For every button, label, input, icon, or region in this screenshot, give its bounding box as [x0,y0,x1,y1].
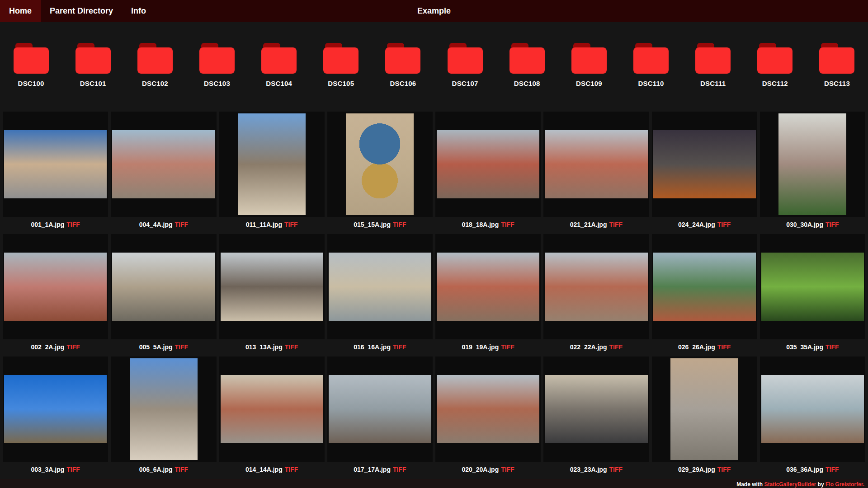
thumbnail-caption: 001_1A.jpgTIFF [3,221,108,228]
thumbnail-link[interactable] [760,234,865,339]
folder-item[interactable]: DSC103 [186,43,248,87]
thumbnail-caption: 019_19A.jpgTIFF [435,343,541,351]
thumbnail-link[interactable] [111,112,216,217]
folder-item[interactable]: DSC106 [372,43,434,87]
thumbnail-filename: 024_24A.jpg [678,221,715,228]
thumbnail-image [437,130,539,199]
thumbnail-link[interactable] [219,234,325,339]
thumbnail-filename: 011_11A.jpg [246,221,282,228]
folder-item[interactable]: DSC110 [620,43,682,87]
thumbnail-link[interactable] [543,357,649,462]
thumbnail-caption: 011_11A.jpgTIFF [219,221,325,228]
thumbnail-link[interactable] [652,234,757,339]
thumbnail-item: 030_30A.jpgTIFF [760,112,865,234]
thumbnail-format-tag[interactable]: TIFF [501,466,514,473]
folder-item[interactable]: DSC105 [310,43,372,87]
folder-item[interactable]: DSC112 [744,43,806,87]
thumbnail-format-tag[interactable]: TIFF [393,343,406,351]
thumbnail-link[interactable] [435,234,541,339]
folder-label: DSC108 [514,80,540,87]
thumbnail-link[interactable] [760,112,865,217]
folder-item[interactable]: DSC109 [558,43,620,87]
folder-label: DSC107 [452,80,478,87]
thumbnail-link[interactable] [111,234,216,339]
thumbnail-format-tag[interactable]: TIFF [285,343,298,351]
thumbnail-format-tag[interactable]: TIFF [826,221,839,228]
thumbnail-filename: 015_15A.jpg [354,221,391,228]
thumbnail-link[interactable] [327,112,433,217]
folder-label: DSC113 [824,80,850,87]
thumbnail-format-tag[interactable]: TIFF [66,466,80,473]
folder-item[interactable]: DSC100 [0,43,62,87]
folder-item[interactable]: DSC107 [434,43,496,87]
thumbnail-link[interactable] [327,234,433,339]
folder-icon [695,43,731,74]
thumbnail-filename: 030_30A.jpg [786,221,823,228]
thumbnail-link[interactable] [652,357,757,462]
thumbnail-format-tag[interactable]: TIFF [501,343,514,351]
thumbnail-format-tag[interactable]: TIFF [609,466,623,473]
author-link[interactable]: Flo Greistorfer. [826,481,864,488]
folder-icon [633,43,669,74]
thumbnail-format-tag[interactable]: TIFF [609,343,623,351]
thumbnail-format-tag[interactable]: TIFF [284,221,298,228]
thumbnail-format-tag[interactable]: TIFF [175,466,189,473]
folder-item[interactable]: DSC111 [682,43,744,87]
thumbnail-link[interactable] [760,357,865,462]
thumbnail-format-tag[interactable]: TIFF [66,343,80,351]
thumbnail-link[interactable] [652,112,757,217]
thumbnail-link[interactable] [3,112,108,217]
thumbnail-item: 016_16A.jpgTIFF [327,234,433,357]
folder-icon [14,43,49,74]
thumbnail-link[interactable] [3,234,108,339]
nav-item-home[interactable]: Home [0,0,41,22]
thumbnail-format-tag[interactable]: TIFF [393,466,406,473]
folder-item[interactable]: DSC104 [248,43,310,87]
thumbnail-item: 029_29A.jpgTIFF [652,357,757,479]
thumbnail-link[interactable] [543,234,649,339]
thumbnail-link[interactable] [219,357,325,462]
thumbnail-image [761,375,864,444]
thumbnail-item: 021_21A.jpgTIFF [543,112,649,234]
thumbnail-format-tag[interactable]: TIFF [175,221,189,228]
nav-item-parent-directory[interactable]: Parent Directory [41,0,122,22]
thumbnail-format-tag[interactable]: TIFF [717,466,731,473]
thumbnail-format-tag[interactable]: TIFF [501,221,514,228]
thumbnail-format-tag[interactable]: TIFF [609,221,623,228]
thumbnail-link[interactable] [3,357,108,462]
thumbnail-format-tag[interactable]: TIFF [717,221,731,228]
folder-item[interactable]: DSC101 [62,43,124,87]
thumbnail-link[interactable] [111,357,216,462]
thumbnail-filename: 036_36A.jpg [786,466,823,473]
thumbnail-link[interactable] [435,357,541,462]
thumbnail-format-tag[interactable]: TIFF [285,466,298,473]
thumbnail-filename: 005_5A.jpg [139,343,173,351]
thumbnail-format-tag[interactable]: TIFF [717,343,731,351]
thumbnail-image [437,253,539,321]
static-gallery-builder-link[interactable]: StaticGalleryBuilder [764,481,816,488]
thumbnail-filename: 017_17A.jpg [354,466,391,473]
thumbnail-image [221,253,323,321]
thumbnail-filename: 018_18A.jpg [462,221,499,228]
folder-label: DSC104 [266,80,292,87]
thumbnail-link[interactable] [327,357,433,462]
thumbnail-image [545,130,647,199]
thumbnail-link[interactable] [219,112,325,217]
thumbnail-image [112,130,215,199]
folder-item[interactable]: DSC113 [806,43,868,87]
folder-label: DSC102 [142,80,168,87]
thumbnail-format-tag[interactable]: TIFF [826,343,839,351]
folder-item[interactable]: DSC102 [124,43,186,87]
thumbnail-format-tag[interactable]: TIFF [66,221,80,228]
thumbnail-format-tag[interactable]: TIFF [826,466,839,473]
thumbnail-item: 014_14A.jpgTIFF [219,357,325,479]
thumbnail-link[interactable] [435,112,541,217]
folder-label: DSC101 [80,80,106,87]
folder-item[interactable]: DSC108 [496,43,558,87]
thumbnail-filename: 026_26A.jpg [678,343,715,351]
thumbnail-format-tag[interactable]: TIFF [175,343,189,351]
nav-item-info[interactable]: Info [122,0,155,22]
thumbnail-format-tag[interactable]: TIFF [393,221,406,228]
thumbnail-link[interactable] [543,112,649,217]
thumbnail-item: 023_23A.jpgTIFF [543,357,649,479]
